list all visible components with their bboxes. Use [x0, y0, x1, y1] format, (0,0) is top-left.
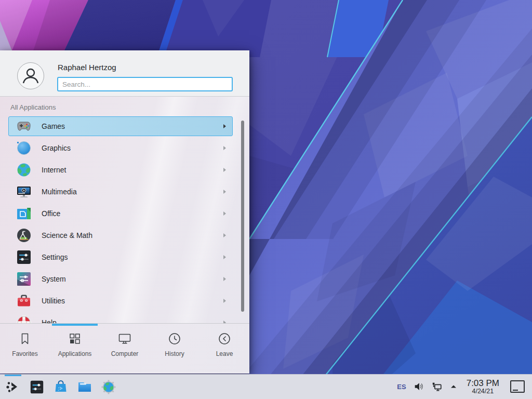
applications-icon: [68, 331, 82, 346]
keyboard-layout-indicator[interactable]: ES: [397, 383, 406, 391]
games-icon: [16, 118, 32, 135]
science-icon: [16, 227, 32, 244]
tab-label: Leave: [216, 350, 233, 357]
submenu-arrow-icon: [223, 168, 226, 172]
menu-item-system[interactable]: System: [8, 269, 233, 289]
active-tab-indicator: [52, 324, 98, 326]
help-icon: [16, 314, 32, 323]
menu-item-multimedia[interactable]: Multimedia: [8, 182, 233, 202]
submenu-arrow-icon: [223, 277, 226, 281]
section-label: All Applications: [10, 103, 56, 111]
menu-item-internet[interactable]: Internet: [8, 160, 233, 180]
history-icon: [167, 331, 182, 346]
clock-date: 4/24/21: [467, 388, 499, 395]
tray-expander-caret-up-icon[interactable]: [449, 382, 458, 391]
tab-history[interactable]: History: [150, 331, 200, 374]
web-browser-button[interactable]: [101, 379, 116, 395]
tab-favorites[interactable]: Favorites: [0, 331, 50, 374]
favorites-icon: [18, 331, 32, 346]
volume-icon[interactable]: [413, 381, 424, 392]
menu-item-help[interactable]: Help: [8, 313, 233, 323]
submenu-arrow-icon: [223, 211, 226, 216]
tab-leave[interactable]: Leave: [200, 331, 249, 374]
menu-item-games[interactable]: Games: [8, 116, 233, 136]
menu-item-label: Science & Math: [42, 231, 223, 240]
internet-icon: [16, 162, 32, 178]
launcher-icon: [5, 379, 21, 395]
submenu-arrow-icon: [223, 233, 226, 237]
search-input[interactable]: [57, 77, 233, 91]
application-launcher-menu: Raphael Hertzog All Applications Games G…: [0, 50, 249, 374]
app-launcher-button[interactable]: [5, 379, 21, 395]
menu-item-label: Games: [42, 122, 223, 130]
show-desktop-button[interactable]: [510, 380, 525, 393]
tab-label: History: [165, 350, 184, 357]
discover-button[interactable]: [53, 379, 69, 395]
application-list: All Applications Games Graphics Internet…: [0, 97, 249, 323]
menu-item-graphics[interactable]: Graphics: [8, 138, 233, 158]
digital-clock[interactable]: 7:03 PM 4/24/21: [467, 379, 499, 395]
browser-icon: [101, 379, 116, 395]
user-name: Raphael Hertzog: [58, 63, 233, 72]
menu-item-label: System: [42, 275, 223, 283]
launcher-tab-bar: Favorites Applications Computer History …: [0, 323, 249, 374]
folder-icon: [77, 379, 92, 395]
user-icon: [18, 63, 44, 89]
desktop: { "accent_color": "#3daee9", "menu": { "…: [0, 0, 532, 399]
menu-item-label: Utilities: [42, 297, 223, 305]
leave-icon: [217, 331, 232, 346]
computer-icon: [117, 331, 132, 346]
settings-icon: [16, 249, 32, 265]
submenu-arrow-icon: [223, 146, 226, 150]
office-icon: [16, 205, 32, 222]
discover-icon: [53, 379, 69, 395]
clock-time: 7:03 PM: [467, 379, 499, 388]
menu-item-label: Settings: [42, 253, 223, 261]
submenu-arrow-icon: [223, 299, 226, 303]
submenu-arrow-icon: [223, 255, 226, 259]
tab-computer[interactable]: Computer: [100, 331, 150, 374]
menu-item-utilities[interactable]: Utilities: [8, 291, 233, 311]
launcher-header: Raphael Hertzog: [0, 50, 249, 97]
tab-label: Applications: [58, 350, 92, 357]
multimedia-icon: [16, 183, 32, 200]
taskbar: ES 7:03 PM 4/24/21: [0, 374, 532, 399]
submenu-arrow-icon: [223, 190, 226, 194]
system-tray: ES 7:03 PM 4/24/21: [397, 379, 532, 395]
network-icon[interactable]: [431, 381, 443, 392]
menu-item-settings[interactable]: Settings: [8, 247, 233, 267]
system-icon: [16, 271, 32, 287]
menu-item-label: Office: [42, 209, 223, 218]
tab-label: Favorites: [12, 350, 37, 357]
utilities-icon: [16, 292, 32, 309]
list-scrollbar[interactable]: [241, 121, 244, 312]
submenu-arrow-icon: [223, 124, 226, 128]
user-avatar[interactable]: [17, 62, 44, 89]
menu-item-science-math[interactable]: Science & Math: [8, 225, 233, 245]
tab-applications[interactable]: Applications: [50, 331, 100, 374]
menu-item-label: Multimedia: [42, 188, 223, 196]
menu-item-office[interactable]: Office: [8, 204, 233, 223]
system-settings-button[interactable]: [29, 379, 45, 395]
graphics-icon: [16, 140, 32, 156]
menu-item-label: Internet: [42, 166, 223, 174]
menu-item-label: Graphics: [42, 144, 223, 152]
file-manager-button[interactable]: [77, 379, 92, 395]
settings-icon: [29, 379, 45, 395]
tab-label: Computer: [111, 350, 139, 357]
menu-item-label: Help: [42, 318, 223, 323]
